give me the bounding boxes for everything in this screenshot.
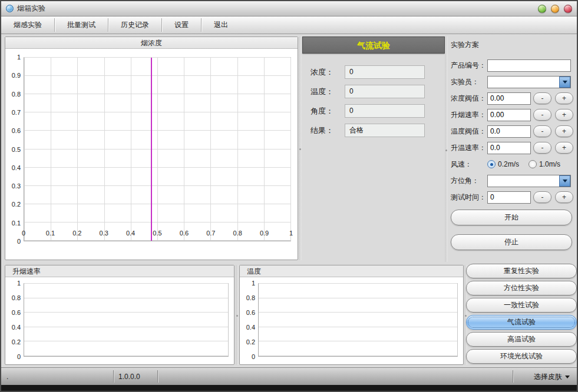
- maximize-button[interactable]: [551, 5, 559, 13]
- menu-bar: 烟感实验 批量测试 历史记录 设置 退出: [1, 16, 577, 34]
- window-frame-bottom: [1, 385, 577, 391]
- smoke-rise-rate-input[interactable]: [487, 109, 531, 121]
- chart-title: 温度: [240, 265, 463, 277]
- temp-rise-rate-row: 升温速率： - +: [451, 141, 573, 154]
- product-number-input[interactable]: [487, 59, 571, 72]
- test-time-label: 测试时间：: [451, 192, 487, 202]
- result-value: 合格: [345, 124, 425, 137]
- airflow-panel-title: 气流试验: [302, 36, 445, 54]
- azimuth-dropdown-button[interactable]: [559, 175, 570, 187]
- menu-item-settings[interactable]: 设置: [162, 16, 201, 34]
- wind-speed-row: 风速： 0.2m/s 1.0m/s: [451, 158, 573, 171]
- version-text: 1.0.0.0: [118, 373, 140, 381]
- caret-down-icon: [565, 376, 570, 378]
- gridline: [24, 312, 228, 313]
- divider: [113, 370, 114, 383]
- temp-threshold-plus-button[interactable]: +: [555, 125, 573, 137]
- y-tick-label: 0.8: [246, 294, 255, 301]
- test-button-repeatability[interactable]: 重复性实验: [466, 264, 577, 278]
- temp-rise-rate-input[interactable]: [487, 142, 531, 154]
- temp-threshold-input[interactable]: [487, 125, 531, 138]
- wind-speed-label: 风速：: [451, 160, 487, 170]
- test-button-azimuth[interactable]: 方位性实验: [466, 281, 577, 295]
- temp-threshold-minus-button[interactable]: -: [533, 125, 551, 137]
- stop-button[interactable]: 停止: [451, 234, 572, 250]
- status-text: .: [6, 373, 8, 381]
- splitter[interactable]: [299, 36, 302, 260]
- gridline: [24, 327, 228, 327]
- plan-rows: 产品编号： 实验员： 浓度阀值： - +: [451, 59, 573, 207]
- menu-item-history[interactable]: 历史记录: [108, 16, 161, 34]
- density-threshold-row: 浓度阀值： - +: [451, 92, 573, 105]
- temp-threshold-label: 温度阀值：: [451, 127, 487, 137]
- wind-speed-option-label: 0.2m/s: [498, 160, 519, 168]
- temperature-value: 0: [345, 85, 425, 98]
- test-time-plus-button[interactable]: +: [555, 191, 573, 203]
- product-number-label: 产品编号：: [451, 61, 487, 71]
- test-time-input[interactable]: [487, 191, 531, 204]
- window-title: 烟箱实验: [17, 4, 45, 14]
- y-tick-label: 0.8: [12, 294, 21, 301]
- wind-speed-radio-02[interactable]: [487, 160, 496, 168]
- y-tick-label: 0.6: [12, 127, 21, 134]
- y-tick-label: 0: [252, 353, 255, 360]
- gridline: [259, 283, 457, 284]
- tester-dropdown-button[interactable]: [559, 77, 570, 88]
- smoke-rise-rate-chart: 00.20.40.60.81: [6, 277, 233, 364]
- smoke-rise-rate-minus-button[interactable]: -: [533, 109, 551, 121]
- smoke-rise-rate-plus-button[interactable]: +: [555, 109, 573, 121]
- main-content: 烟浓度 00.10.20.30.40.50.60.70.80.91 00.10.…: [1, 34, 577, 367]
- density-threshold-minus-button[interactable]: -: [533, 92, 551, 104]
- wind-speed-radio-10[interactable]: [529, 160, 537, 168]
- x-tick-label: 0.7: [206, 230, 215, 237]
- test-time-minus-button[interactable]: -: [533, 191, 551, 203]
- test-button-airflow[interactable]: 气流试验: [466, 315, 577, 330]
- y-tick-label: 0.2: [12, 201, 21, 208]
- readout-row-temperature: 温度： 0: [311, 85, 445, 98]
- chart-title: 烟浓度: [5, 37, 298, 49]
- chevron-down-icon: [563, 180, 567, 182]
- y-tick-label: 1: [252, 280, 255, 287]
- y-tick-label: 1: [17, 280, 21, 287]
- density-threshold-label: 浓度阀值：: [451, 94, 487, 104]
- test-button-ambient-light[interactable]: 环境光线试验: [466, 349, 577, 364]
- menu-item-exit[interactable]: 退出: [202, 16, 240, 34]
- temperature-chart: 00.20.40.60.81: [240, 277, 463, 364]
- skin-select-button[interactable]: 选择皮肤: [534, 371, 570, 383]
- gridline: [24, 341, 228, 341]
- angle-label: 角度：: [311, 106, 345, 117]
- x-tick-label: 0.5: [153, 230, 161, 237]
- x-tick-label: 0.8: [233, 230, 242, 237]
- temp-rise-rate-plus-button[interactable]: +: [555, 142, 573, 154]
- y-tick-label: 0: [17, 238, 21, 245]
- density-threshold-input[interactable]: [487, 92, 531, 105]
- title-bar: 烟箱实验: [1, 1, 577, 16]
- menu-item-smoke-test[interactable]: 烟感实验: [1, 16, 54, 34]
- y-tick-label: 0.8: [12, 91, 21, 98]
- close-button[interactable]: [564, 5, 572, 13]
- azimuth-label: 方位角：: [451, 176, 487, 186]
- tester-label: 实验员：: [451, 77, 487, 87]
- start-button[interactable]: 开始: [451, 210, 572, 225]
- gridline: [157, 58, 158, 241]
- wind-speed-option-label: 1.0m/s: [539, 160, 560, 168]
- minimize-button[interactable]: [538, 5, 546, 13]
- smoke-density-chart: 00.10.20.30.40.50.60.70.80.91 00.10.20.3…: [6, 49, 297, 259]
- y-tick-label: 0.7: [12, 109, 21, 116]
- splitter[interactable]: [236, 265, 239, 365]
- gridline: [51, 58, 51, 241]
- temp-rise-rate-minus-button[interactable]: -: [533, 142, 551, 154]
- chart-title: 升烟速率: [5, 265, 234, 277]
- gridline: [290, 58, 291, 241]
- experiment-plan-panel: 实验方案 产品编号： 实验员： 浓度阀值：: [447, 36, 576, 264]
- density-threshold-plus-button[interactable]: +: [555, 92, 573, 104]
- tester-select[interactable]: [487, 76, 571, 88]
- y-tick-label: 0.2: [246, 338, 255, 346]
- azimuth-row: 方位角：: [451, 174, 573, 187]
- menu-item-batch-test[interactable]: 批量测试: [55, 16, 108, 34]
- readout-row-density: 浓度： 0: [311, 65, 445, 79]
- test-button-consistency[interactable]: 一致性试验: [466, 298, 577, 313]
- test-button-high-temperature[interactable]: 高温试验: [466, 332, 577, 347]
- azimuth-select[interactable]: [487, 175, 571, 187]
- x-tick-label: 0.3: [100, 230, 108, 237]
